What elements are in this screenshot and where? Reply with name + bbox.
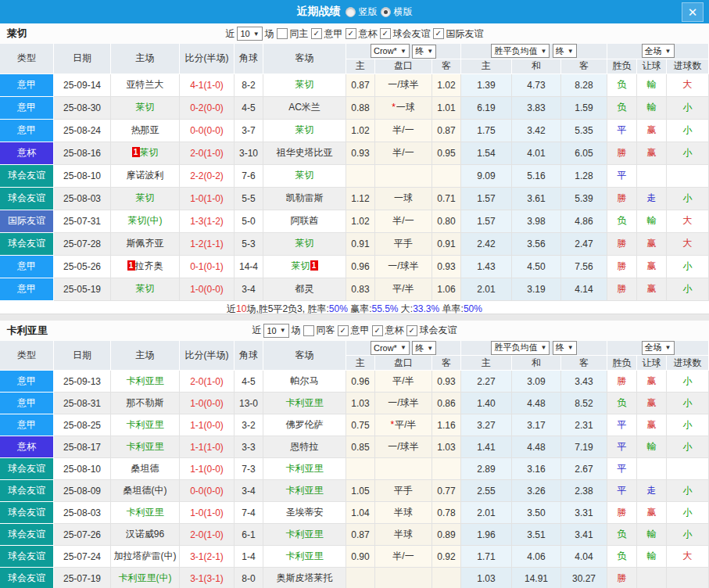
avg-lose: 7.56 <box>561 256 607 278</box>
avg-lose: 7.19 <box>561 436 607 458</box>
full-time-score: 2-2 <box>190 170 203 181</box>
match-count-select[interactable]: 10▼ <box>237 27 262 41</box>
header-odds-home: 主 <box>346 59 375 74</box>
avg-header-group: 胜平负均值▼ 终▼ <box>461 341 607 357</box>
header-home: 主场 <box>111 44 180 74</box>
away-team-name: 祖华史塔比亚 <box>277 147 333 158</box>
league-checkbox[interactable]: ✓ <box>338 325 349 336</box>
recent-matches-table: 类型 日期 主场 比分(半场) 角球 客场 Crow*▼ 终▼ 胜平负均值▼ 终… <box>0 341 709 588</box>
full-time-score: 1-1 <box>190 464 203 475</box>
home-team-name: 莱切(中) <box>128 215 163 226</box>
horizontal-layout-radio[interactable] <box>381 7 391 17</box>
result-goals: 小 <box>667 414 709 436</box>
same-venue-checkbox[interactable] <box>303 325 314 336</box>
league-checkbox[interactable]: ✓ <box>372 325 383 336</box>
chevron-down-icon: ▼ <box>400 344 406 351</box>
avg-final-select[interactable]: 终▼ <box>553 44 577 58</box>
avg-final-select[interactable]: 终▼ <box>553 341 577 355</box>
corner-score: 4-5 <box>235 371 263 393</box>
match-date: 25-08-16 <box>54 142 111 165</box>
corner-score: 7-6 <box>235 165 263 188</box>
league-checkbox[interactable]: ✓ <box>433 28 444 39</box>
home-team: 莱切 <box>111 278 180 301</box>
league-checkbox[interactable]: ✓ <box>406 325 417 336</box>
odds-away: 0.91 <box>432 233 461 256</box>
match-date: 25-07-24 <box>54 546 111 568</box>
match-score: 2-0(1-0) <box>180 142 235 165</box>
bookmaker-select[interactable]: Crow*▼ <box>371 44 410 58</box>
summary-segment: 10 <box>236 303 246 314</box>
header-odds-home: 主 <box>346 356 375 371</box>
corner-score: 3-4 <box>235 278 263 301</box>
odds-final-select[interactable]: 终▼ <box>412 341 436 355</box>
table-row: 球会友谊25-07-26汉诺威962-0(1-0)6-1卡利亚里0.87半球0.… <box>0 524 709 546</box>
corner-score: 3-2 <box>235 414 263 436</box>
odds-handicap: 一球 <box>375 188 432 210</box>
half-time-score: (0-0) <box>204 464 224 475</box>
home-team-name: 莱切 <box>136 102 155 113</box>
result-outcome: 勝 <box>607 233 637 256</box>
result-outcome: 负 <box>607 74 637 97</box>
avg-lose: 5.35 <box>561 120 607 142</box>
home-team-name: 莱切 <box>136 192 155 203</box>
type-badge: 球会友谊 <box>0 233 54 256</box>
table-row: 意甲25-09-14亚特兰大4-1(1-0)8-2莱切0.87一/球半1.021… <box>0 74 709 97</box>
odds-away <box>432 568 461 588</box>
avg-lose: 2.47 <box>561 233 607 256</box>
odds-away: 0.93 <box>432 256 461 278</box>
odds-handicap: 半球 <box>375 502 432 524</box>
odds-handicap <box>375 165 432 188</box>
home-team-name: 莱切 <box>140 147 159 158</box>
odds-home: 0.90 <box>346 546 375 568</box>
odds-away: 0.77 <box>432 480 461 502</box>
half-time-score: (1-0) <box>204 507 224 518</box>
result-handicap: 輸 <box>637 546 667 568</box>
match-date: 25-08-25 <box>54 414 111 436</box>
header-date: 日期 <box>54 341 111 371</box>
home-team-name: 卡利亚里 <box>127 507 164 518</box>
match-score: 0-2(0-0) <box>180 97 235 120</box>
home-team: 摩诺波利 <box>111 165 180 188</box>
match-score: 1-3(1-2) <box>180 210 235 233</box>
full-match-select[interactable]: 全场▼ <box>642 44 675 58</box>
odds-away: 1.06 <box>432 278 461 301</box>
home-team-name: 卡利亚里 <box>127 375 164 386</box>
result-handicap: 輸 <box>637 210 667 233</box>
match-date: 25-07-28 <box>54 233 111 256</box>
header-home: 主场 <box>111 341 180 371</box>
avg-select[interactable]: 胜平负均值▼ <box>491 44 550 58</box>
odds-handicap: 半/一 <box>375 546 432 568</box>
corner-score: 3-7 <box>235 120 263 142</box>
full-match-select[interactable]: 全场▼ <box>642 341 675 355</box>
odds-away: 1.02 <box>432 74 461 97</box>
league-checkbox[interactable]: ✓ <box>380 28 391 39</box>
bookmaker-select[interactable]: Crow*▼ <box>371 341 410 355</box>
avg-draw: 4.01 <box>512 142 561 165</box>
header-avg-lose: 客 <box>561 356 607 371</box>
odds-home: 0.93 <box>346 142 375 165</box>
result-outcome: 勝 <box>607 256 637 278</box>
games-label: 场 <box>265 27 274 41</box>
avg-select[interactable]: 胜平负均值▼ <box>491 341 550 355</box>
same-venue-checkbox[interactable] <box>277 28 288 39</box>
avg-draw: 4.48 <box>512 393 561 414</box>
odds-final-select[interactable]: 终▼ <box>412 45 436 59</box>
header-avg-win: 主 <box>461 59 512 74</box>
avg-lose: 4.86 <box>561 210 607 233</box>
chevron-down-icon: ▼ <box>427 48 433 55</box>
odds-header-group: Crow*▼ 终▼ <box>346 341 461 357</box>
vertical-layout-radio[interactable] <box>346 7 356 17</box>
close-button[interactable]: ✕ <box>682 2 704 22</box>
header-outcome: 胜负 <box>607 356 637 371</box>
match-score: 3-1(3-1) <box>180 568 235 588</box>
odds-home: 0.87 <box>346 524 375 546</box>
league-checkbox[interactable]: ✓ <box>311 28 322 39</box>
match-count-select[interactable]: 10▼ <box>263 324 288 338</box>
result-goals: 大 <box>667 74 709 97</box>
full-time-score: 0-1 <box>190 261 203 272</box>
league-checkbox[interactable]: ✓ <box>346 28 356 39</box>
odds-home: 1.03 <box>346 393 375 414</box>
corner-score: 5-5 <box>235 188 263 210</box>
away-team-name: 卡利亚里 <box>286 397 324 408</box>
chevron-down-icon: ▼ <box>540 344 546 351</box>
